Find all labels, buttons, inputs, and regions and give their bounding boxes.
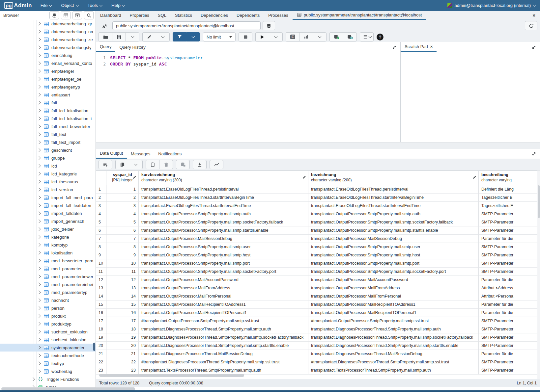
sidebar-item-datenverarbeitungsty[interactable]: datenverarbeitungsty — [0, 43, 96, 51]
chevron-right-icon[interactable] — [37, 61, 41, 65]
chevron-right-icon[interactable] — [37, 188, 41, 191]
row-number-cell[interactable]: 13 — [96, 284, 106, 292]
row-number-cell[interactable]: 7 — [96, 235, 106, 243]
cell-beschreibung[interactable]: SMTP-Parameter — [479, 210, 540, 218]
cell-kurzbezeichnung[interactable]: transplantact.OutputProcessor.MailRecipi… — [139, 309, 308, 317]
execute-options-dropdown[interactable] — [269, 32, 283, 41]
explain-button[interactable]: E — [286, 32, 299, 41]
chevron-right-icon[interactable] — [31, 377, 35, 381]
chevron-right-icon[interactable] — [37, 22, 41, 25]
copy-options-dropdown[interactable] — [129, 160, 143, 169]
column-header-beschreibung[interactable]: beschreibungcharacter varying — [479, 171, 540, 185]
cell-beschreibung[interactable]: Parameter für die — [479, 309, 540, 317]
sidebar-item-textsuchmethode[interactable]: textsuchmethode — [0, 352, 96, 359]
cell-kurzbezeichnung[interactable]: transplantact.OutputProcessor.MailAccoun… — [139, 276, 308, 284]
chevron-right-icon[interactable] — [37, 172, 41, 175]
row-number-cell[interactable]: 4 — [96, 210, 106, 218]
cell-bezeichnung[interactable]: #transplantact.OutputProcessor.SmtpPrope… — [308, 317, 479, 325]
rollback-button[interactable] — [343, 32, 357, 41]
chevron-right-icon[interactable] — [37, 243, 41, 247]
cell-beschreibung[interactable]: SMTP-Parameter — [479, 218, 540, 226]
chevron-right-icon[interactable] — [37, 330, 41, 333]
filter-options-dropdown[interactable] — [186, 32, 200, 41]
cell-beschreibung[interactable]: Attribut <Persona — [479, 292, 540, 301]
cell-beschreibung[interactable]: SMTP-Parameter — [479, 268, 540, 276]
sidebar-item-fall-med-bewerteter[interactable]: fall_med_bewerteter_ — [0, 122, 96, 130]
edit-magic-button[interactable] — [142, 32, 156, 41]
cell-kurzbezeichnung[interactable]: transplantact.EraseOldLogFilesThread.sta… — [139, 202, 308, 210]
cell-beschreibung[interactable]: Attribut <Address — [479, 284, 540, 292]
row-number-cell[interactable]: 19 — [96, 333, 106, 342]
cell-kurzbezeichnung[interactable]: transplantact.OutputProcessor.MailSessio… — [139, 235, 308, 243]
sidebar-item-med-parameter[interactable]: med_parameter — [0, 265, 96, 273]
edit-column-icon[interactable] — [302, 175, 306, 179]
chevron-right-icon[interactable] — [37, 306, 41, 310]
row-number-cell[interactable]: 1 — [96, 185, 106, 194]
copy-button[interactable] — [115, 160, 129, 169]
sidebar-item-import-fall-textdaten[interactable]: import_fall_textdaten — [0, 201, 96, 209]
cell-beschreibung[interactable]: SMTP-Parameter — [479, 317, 540, 325]
tab-notifications[interactable]: Notifications — [154, 149, 185, 159]
sidebar-item-med-parameterbewer[interactable]: med_parameterbewer — [0, 273, 96, 280]
chevron-right-icon[interactable] — [37, 30, 41, 33]
sidebar-vertical-scrollbar[interactable] — [93, 343, 95, 351]
sidebar-horizontal-scrollbar[interactable] — [1, 387, 135, 390]
sidebar-item-empfaengertyp[interactable]: empfaengertyp — [0, 83, 96, 91]
sidebar-item-empfaenger-oe[interactable]: empfaenger_oe — [0, 75, 96, 83]
tab-dependents[interactable]: Dependents — [232, 11, 264, 20]
chevron-right-icon[interactable] — [37, 101, 41, 104]
graph-visualiser-button[interactable] — [210, 160, 223, 169]
cell-kurzbezeichnung[interactable]: transplantact.OutputProcessor.SmtpProper… — [139, 251, 308, 259]
row-number-cell[interactable]: 3 — [96, 202, 106, 210]
chevron-right-icon[interactable] — [37, 156, 41, 160]
new-connection-button[interactable] — [263, 21, 275, 30]
column-header-kurzbezeichnung[interactable]: kurzbezeichnungcharacter varying (200) — [139, 171, 308, 185]
sidebar-item-email-versand-konto[interactable]: email_versand_konto — [0, 59, 96, 67]
cell-kurzbezeichnung[interactable]: transplantact.EraseOldLogFilesThread.per… — [139, 185, 308, 194]
cell-syspar-id[interactable]: 3 — [106, 202, 139, 210]
row-number-cell[interactable]: 8 — [96, 243, 106, 251]
cell-syspar-id[interactable]: 23 — [106, 366, 139, 375]
cell-syspar-id[interactable]: 12 — [106, 276, 139, 284]
cell-syspar-id[interactable]: 4 — [106, 210, 139, 218]
tab-sql[interactable]: SQL — [154, 11, 171, 20]
chevron-right-icon[interactable] — [37, 219, 41, 223]
execute-button[interactable] — [255, 32, 269, 41]
panel-splitter[interactable] — [96, 142, 540, 149]
chevron-right-icon[interactable] — [37, 93, 41, 96]
cell-kurzbezeichnung[interactable]: transplantact.DiagnosesProcessorThread.S… — [139, 342, 308, 350]
expand-scratch-icon[interactable] — [528, 42, 540, 52]
chevron-right-icon[interactable] — [37, 69, 41, 73]
add-row-button[interactable] — [99, 160, 112, 169]
cell-bezeichnung[interactable]: transplantact.DiagnosesProcessorThread.S… — [308, 325, 479, 333]
sidebar-item-fall-text-import[interactable]: fall_text_import — [0, 138, 96, 146]
chevron-right-icon[interactable] — [37, 203, 41, 207]
row-limit-select[interactable]: No limit — [203, 32, 236, 41]
chevron-right-icon[interactable] — [37, 314, 41, 318]
cell-bezeichnung[interactable]: transplantact.OutputProcessor.MailFromPe… — [308, 292, 479, 301]
filter-button[interactable] — [173, 32, 186, 41]
chevron-right-icon[interactable] — [37, 180, 41, 183]
chevron-right-icon[interactable] — [37, 140, 41, 144]
chevron-right-icon[interactable] — [31, 385, 35, 387]
cell-syspar-id[interactable]: 8 — [106, 243, 139, 251]
cell-kurzbezeichnung[interactable]: transplantact.EraseOldLogFilesThread.sta… — [139, 194, 308, 202]
sidebar-item-geschlecht[interactable]: geschlecht — [0, 146, 96, 154]
tab-query-tool-active[interactable]: public.systemparameter/transplantact/tra… — [293, 11, 426, 20]
sidebar-item-kontotyp[interactable]: kontotyp — [0, 241, 96, 249]
chevron-right-icon[interactable] — [37, 53, 41, 57]
delete-row-button[interactable] — [159, 160, 173, 169]
row-number-cell[interactable]: 14 — [96, 292, 106, 301]
cell-syspar-id[interactable]: 1 — [106, 185, 139, 194]
cell-beschreibung[interactable]: SMTP-Parameter — [479, 325, 540, 333]
cell-syspar-id[interactable]: 19 — [106, 333, 139, 342]
macros-button[interactable] — [360, 32, 374, 41]
cell-kurzbezeichnung[interactable]: transplantact.OutputProcessor.SmtpProper… — [139, 218, 308, 226]
sidebar-item-fall-icd-lokalisation-i[interactable]: fall_icd_lokalisation_i — [0, 115, 96, 122]
tab-scratch-pad[interactable]: Scratch Pad × — [401, 42, 437, 52]
cell-bezeichnung[interactable]: transplantact.DiagnosesProcessorThread.S… — [308, 342, 479, 350]
chevron-right-icon[interactable] — [37, 282, 41, 286]
cell-syspar-id[interactable]: 16 — [106, 309, 139, 317]
cell-kurzbezeichnung[interactable]: #transplantact.OutputProcessor.SmtpPrope… — [139, 317, 308, 325]
sidebar-item-lokalisation[interactable]: lokalisation — [0, 249, 96, 257]
